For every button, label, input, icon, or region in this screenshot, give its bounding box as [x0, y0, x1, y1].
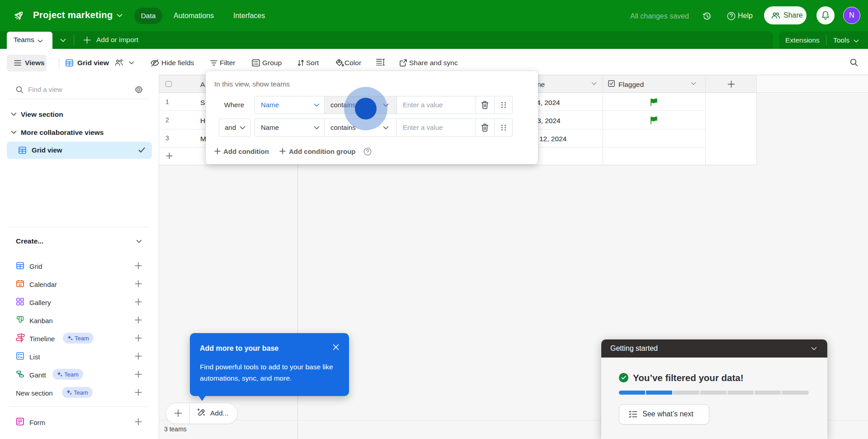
svg-text:31: 31: [19, 283, 22, 286]
